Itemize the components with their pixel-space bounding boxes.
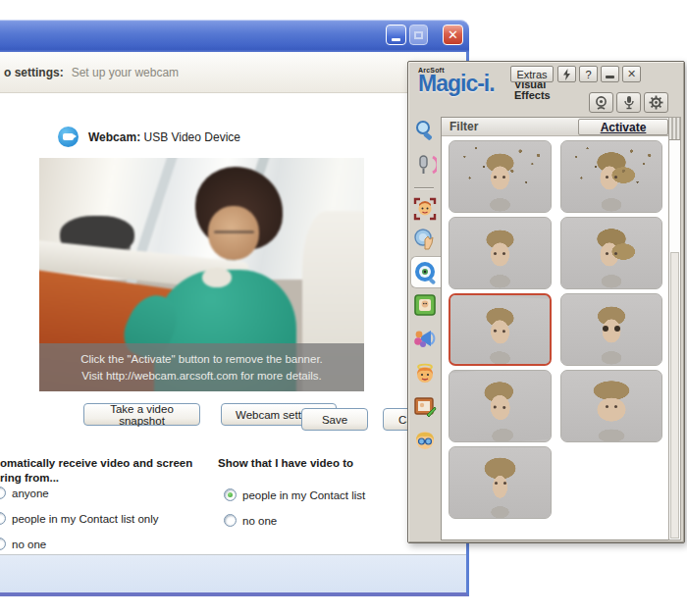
lightning-icon [562, 69, 571, 80]
radio-icon[interactable] [0, 538, 6, 550]
receive-video-heading: omatically receive video and screen ring… [0, 456, 192, 486]
close-icon: ✕ [448, 28, 458, 41]
help-button[interactable]: ? [579, 66, 598, 82]
skype-settings-window: ✕ o settings: Set up your webcam Webcam:… [0, 20, 469, 600]
theme-frame-brush-icon [413, 395, 437, 419]
face-tracking-icon [413, 197, 437, 221]
sidebar-item-tools[interactable] [411, 117, 438, 143]
minimize-button[interactable] [386, 25, 406, 45]
arcsoft-watermark-banner: Click the "Activate" button to remove th… [39, 343, 364, 391]
webcam-badge-icon [58, 127, 79, 147]
arc-minimize-button[interactable] [601, 66, 619, 82]
effect-thumbnail-dissolve-scatter[interactable] [449, 140, 552, 213]
section-title: o settings: [4, 66, 64, 79]
activate-button[interactable]: Activate [578, 119, 668, 135]
effect-thumbnail-wide-face[interactable] [560, 370, 663, 442]
effect-thumbnail-big-eyes[interactable] [560, 293, 663, 366]
radio-icon[interactable] [224, 514, 237, 527]
webcam-source-button[interactable] [589, 92, 613, 113]
arcsoft-magic-i-window: ArcSoft Magic-i. Visual Effects Extras ?… [407, 61, 685, 543]
close-button[interactable]: ✕ [443, 25, 463, 45]
gear-icon [649, 95, 663, 110]
effect-thumbnail-plain-face[interactable] [449, 217, 552, 289]
question-icon: ? [585, 69, 591, 80]
accessories-face-icon [413, 429, 437, 452]
panel-scrollbar[interactable] [668, 117, 681, 540]
extras-button[interactable]: Extras [510, 66, 554, 82]
microphone-icon [623, 95, 635, 110]
arc-close-button[interactable]: ✕ [622, 66, 641, 82]
dialog-footer [0, 554, 466, 592]
hand-gesture-icon [413, 228, 437, 251]
filter-panel-header: Filter Activate [442, 118, 669, 136]
radio-show-no-one[interactable]: no one [224, 514, 277, 527]
section-subtitle: Set up your webcam [72, 66, 179, 79]
sidebar-item-accessories[interactable] [411, 427, 438, 453]
radio-icon[interactable] [0, 512, 6, 525]
radio-no-one-receive[interactable]: no one [0, 538, 46, 550]
effect-thumbnail-grid [442, 137, 669, 526]
webcam-icon [594, 96, 608, 110]
pin-button[interactable] [557, 66, 576, 82]
radio-anyone[interactable]: anyone [0, 487, 49, 499]
maximize-icon [414, 31, 423, 39]
effect-thumbnail-hair-over-face[interactable] [560, 217, 663, 289]
radio-icon[interactable] [0, 487, 6, 499]
sidebar-item-emoji[interactable] [411, 360, 438, 386]
banner-line1: Click the "Activate" button to remove th… [39, 351, 364, 368]
sidebar-item-filter-effects[interactable] [410, 256, 441, 288]
filter-title: Filter [442, 120, 578, 133]
settings-section-header: o settings: Set up your webcam [0, 52, 466, 93]
radio-checked-icon[interactable] [224, 488, 237, 501]
effect-category-sidebar [408, 117, 441, 540]
effect-thumbnail-twist-nose[interactable] [449, 370, 552, 442]
webcam-device-row: Webcam: USB Video Device [58, 127, 240, 147]
show-video-heading: Show that I have video to [218, 456, 353, 471]
skype-window-body: o settings: Set up your webcam Webcam: U… [0, 52, 469, 596]
close-icon: ✕ [627, 68, 636, 80]
sidebar-item-gesture[interactable] [411, 226, 438, 252]
maximize-button[interactable] [409, 25, 428, 45]
take-snapshot-button[interactable]: Take a video snapshot [83, 403, 200, 426]
filter-panel: Filter Activate [441, 117, 670, 540]
radio-show-contact-list[interactable]: people in my Contact list [224, 488, 365, 501]
effect-thumbnail-dissolve-swirl[interactable] [560, 140, 663, 213]
save-button[interactable]: Save [301, 408, 368, 431]
emoji-face-icon [413, 362, 437, 385]
settings-button[interactable] [644, 92, 668, 113]
banner-line2: Visit http://webcam.arcsoft.com for more… [39, 368, 364, 385]
sidebar-item-theme[interactable] [411, 393, 438, 420]
radio-contact-list-only[interactable]: people in my Contact list only [0, 512, 159, 525]
sidebar-divider [414, 187, 434, 189]
sidebar-item-avatar[interactable] [411, 325, 438, 351]
magic-i-logo: Magic-i. [418, 74, 495, 95]
avatar-megaphone-icon [413, 327, 437, 350]
webcam-label: Webcam: [88, 130, 140, 144]
webcam-preview: Click the "Activate" button to remove th… [39, 158, 364, 391]
effect-thumbnail-small-chin[interactable] [449, 446, 552, 519]
microphone-effect-icon [413, 153, 437, 177]
arcsoft-logo: ArcSoft Magic-i. [418, 67, 495, 95]
webcam-device-name: USB Video Device [143, 130, 240, 144]
wrench-magnifier-icon [413, 119, 437, 142]
scrollbar-grip[interactable] [669, 118, 680, 140]
microphone-button[interactable] [616, 92, 641, 113]
visual-effects-tagline: Visual Effects [514, 79, 551, 101]
minimize-icon [606, 76, 614, 78]
sidebar-item-frames[interactable] [411, 291, 438, 318]
effect-thumbnail-melt-distort-selected[interactable] [449, 293, 552, 366]
sidebar-item-face-tracking[interactable] [411, 195, 438, 222]
filter-effects-icon [413, 260, 439, 285]
frames-icon [413, 293, 437, 317]
sidebar-item-voice[interactable] [411, 151, 438, 178]
minimize-icon [392, 38, 400, 41]
skype-titlebar[interactable]: ✕ [0, 20, 469, 52]
scrollbar-track-fill [670, 252, 679, 539]
